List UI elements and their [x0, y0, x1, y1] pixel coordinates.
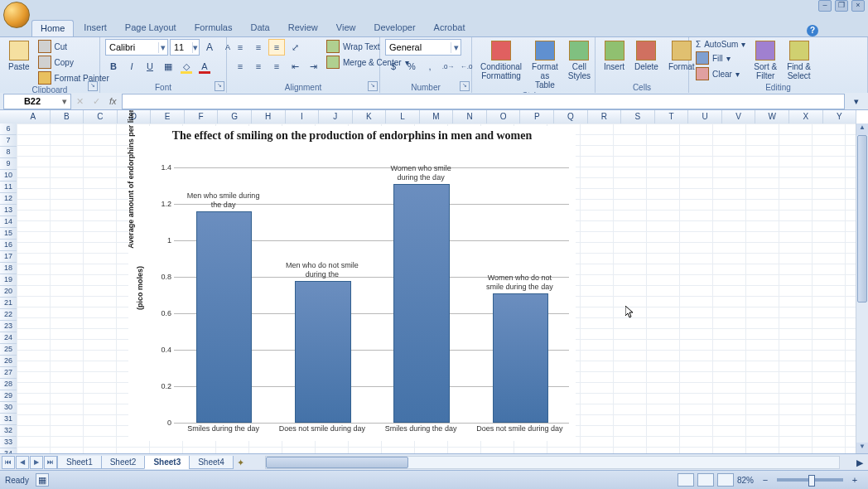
sheet-tab-sheet2[interactable]: Sheet2 [101, 456, 146, 469]
increase-decimal-button[interactable]: .0→ [440, 58, 456, 75]
page-layout-view-button[interactable] [697, 473, 714, 487]
zoom-slider[interactable] [777, 478, 843, 482]
col-header-F[interactable]: F [185, 110, 219, 123]
cells-area[interactable]: The effect of smiling on the production … [17, 123, 856, 454]
name-box-input[interactable] [4, 95, 59, 107]
col-header-A[interactable]: A [17, 110, 51, 123]
row-header-30[interactable]: 30 [0, 402, 17, 414]
col-header-S[interactable]: S [621, 110, 655, 123]
scroll-right-button[interactable]: ▶ [851, 454, 868, 471]
row-header-23[interactable]: 23 [0, 321, 17, 332]
col-header-P[interactable]: P [520, 110, 554, 123]
row-header-12[interactable]: 12 [0, 193, 17, 205]
col-header-Q[interactable]: Q [554, 110, 588, 123]
border-button[interactable]: ▦ [160, 58, 176, 75]
insert-cells-button[interactable]: Insert [600, 39, 628, 73]
chevron-down-icon[interactable]: ▾ [59, 96, 70, 107]
scroll-down-button[interactable]: ▼ [856, 443, 868, 454]
align-left-button[interactable]: ≡ [232, 58, 248, 75]
ribbon-tab-developer[interactable]: Developer [365, 20, 423, 36]
last-sheet-button[interactable]: ⏭ [44, 456, 57, 469]
percent-button[interactable]: % [403, 58, 420, 75]
col-header-H[interactable]: H [252, 110, 286, 123]
close-button[interactable]: × [851, 0, 865, 12]
row-header-26[interactable]: 26 [0, 356, 17, 367]
conditional-formatting-button[interactable]: Conditional Formatting [477, 39, 525, 82]
row-header-11[interactable]: 11 [0, 182, 17, 193]
align-center-button[interactable]: ≡ [250, 58, 267, 75]
enter-fx-button[interactable]: ✓ [88, 93, 104, 109]
next-sheet-button[interactable]: ▶ [30, 456, 43, 469]
col-header-O[interactable]: O [487, 110, 521, 123]
embedded-chart[interactable]: The effect of smiling on the production … [128, 126, 576, 441]
row-header-6[interactable]: 6 [0, 123, 17, 135]
zoom-in-button[interactable]: + [846, 472, 863, 488]
row-header-27[interactable]: 27 [0, 367, 17, 379]
bold-button[interactable]: B [105, 58, 122, 75]
row-header-9[interactable]: 9 [0, 158, 17, 170]
font-size-input[interactable] [171, 42, 192, 52]
zoom-level[interactable]: 82% [737, 476, 754, 485]
row-header-32[interactable]: 32 [0, 425, 17, 437]
dialog-launcher[interactable]: ↘ [88, 81, 98, 91]
paste-button[interactable]: Paste [5, 39, 33, 73]
italic-button[interactable]: I [123, 58, 140, 75]
scroll-up-button[interactable]: ▲ [856, 123, 868, 135]
row-header-22[interactable]: 22 [0, 309, 17, 321]
horizontal-scrollbar[interactable] [265, 456, 840, 469]
normal-view-button[interactable] [678, 473, 694, 487]
ribbon-tab-view[interactable]: View [328, 20, 364, 36]
row-header-29[interactable]: 29 [0, 390, 17, 402]
fill-color-button[interactable]: ◇ [178, 58, 195, 75]
minimize-button[interactable]: – [818, 0, 832, 12]
decrease-indent-button[interactable]: ⇤ [287, 58, 303, 75]
col-header-B[interactable]: B [51, 110, 84, 123]
row-header-16[interactable]: 16 [0, 240, 17, 251]
delete-cells-button[interactable]: Delete [631, 39, 662, 73]
autosum-button[interactable]: Σ AutoSum ▾ [694, 39, 747, 50]
col-header-G[interactable]: G [218, 110, 252, 123]
col-header-J[interactable]: J [319, 110, 353, 123]
col-header-L[interactable]: L [386, 110, 420, 123]
font-color-button[interactable]: A [196, 58, 213, 75]
find-select-button[interactable]: Find & Select [784, 39, 814, 82]
sheet-tab-sheet1[interactable]: Sheet1 [57, 456, 102, 469]
align-top-button[interactable]: ≡ [232, 39, 248, 56]
formula-bar[interactable] [122, 94, 845, 109]
column-headers[interactable]: ABCDEFGHIJKLMNOPQRSTUVWXY [17, 110, 856, 124]
new-sheet-button[interactable]: ✦ [234, 458, 248, 468]
col-header-V[interactable]: V [722, 110, 756, 123]
col-header-W[interactable]: W [755, 110, 789, 123]
align-bottom-button[interactable]: ≡ [268, 39, 285, 56]
orientation-button[interactable]: ⤢ [287, 39, 303, 56]
page-break-view-button[interactable] [717, 473, 734, 487]
name-box[interactable]: ▾ [3, 94, 71, 109]
dialog-launcher[interactable]: ↘ [368, 81, 378, 91]
col-header-K[interactable]: K [353, 110, 387, 123]
ribbon-tab-formulas[interactable]: Formulas [186, 20, 241, 36]
increase-indent-button[interactable]: ⇥ [305, 58, 321, 75]
sheet-tab-sheet3[interactable]: Sheet3 [144, 456, 190, 469]
ribbon-tab-page-layout[interactable]: Page Layout [117, 20, 185, 36]
row-header-28[interactable]: 28 [0, 379, 17, 390]
row-header-13[interactable]: 13 [0, 205, 17, 216]
dialog-launcher[interactable]: ↘ [460, 81, 470, 91]
row-header-21[interactable]: 21 [0, 298, 17, 309]
align-middle-button[interactable]: ≡ [250, 39, 267, 56]
row-header-25[interactable]: 25 [0, 344, 17, 356]
macro-record-button[interactable]: ▦ [36, 473, 49, 487]
font-name-input[interactable] [106, 42, 158, 52]
ribbon-tab-insert[interactable]: Insert [75, 20, 115, 36]
format-as-table-button[interactable]: Format as Table [528, 39, 562, 91]
comma-button[interactable]: , [422, 58, 438, 75]
ribbon-tab-acrobat[interactable]: Acrobat [426, 20, 474, 36]
ribbon-tab-home[interactable]: Home [31, 20, 74, 36]
currency-button[interactable]: $ [385, 58, 402, 75]
col-header-M[interactable]: M [420, 110, 454, 123]
vertical-scrollbar[interactable]: ▲ ▼ [856, 123, 868, 454]
row-header-8[interactable]: 8 [0, 147, 17, 158]
col-header-U[interactable]: U [688, 110, 722, 123]
dialog-launcher[interactable]: ↘ [215, 81, 224, 91]
sort-filter-button[interactable]: Sort & Filter [750, 39, 780, 82]
cancel-fx-button[interactable]: ✕ [71, 93, 88, 109]
